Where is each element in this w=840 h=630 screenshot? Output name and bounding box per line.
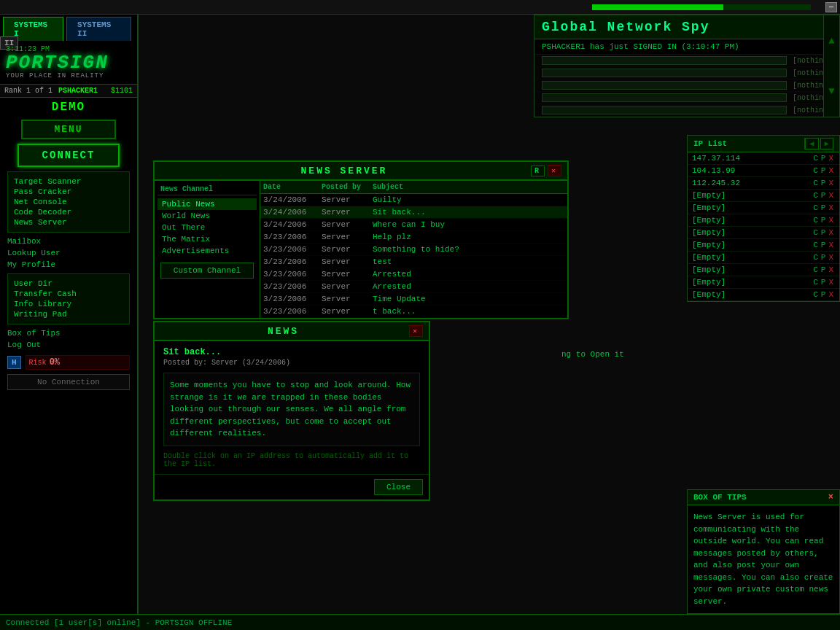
channel-the-matrix[interactable]: The Matrix [158, 233, 257, 245]
news-table-row[interactable]: 3/24/2006 Server Guilty [260, 194, 567, 206]
news-table-row[interactable]: 3/23/2006 Server Help plz [260, 231, 567, 244]
ip-ping-btn[interactable]: P [821, 290, 826, 299]
nav-log-out[interactable]: Log Out [0, 339, 137, 351]
news-table-row[interactable]: 3/23/2006 Server Something to hide? [260, 244, 567, 256]
ip-list-row[interactable]: [Empty] C P X [688, 202, 839, 214]
nav-mailbox[interactable]: Mailbox [0, 236, 137, 247]
channel-public-news[interactable]: Public News [158, 198, 257, 210]
news-popup-content: Some moments you have to stop and look a… [163, 373, 420, 446]
ip-connect-btn[interactable]: C [813, 191, 818, 200]
ip-connect-btn[interactable]: C [813, 265, 818, 274]
nav-info-library[interactable]: Info Library [14, 299, 123, 309]
ip-list-row[interactable]: 147.37.114 C P X [688, 152, 839, 165]
nav-box-of-tips[interactable]: Box of Tips [0, 327, 137, 339]
ip-list-row[interactable]: [Empty] C P X [688, 190, 839, 202]
ip-connect-btn[interactable]: C [813, 154, 818, 163]
ip-ping-btn[interactable]: P [821, 203, 826, 212]
news-popup-footer: Close [155, 474, 429, 499]
ip-connect-btn[interactable]: C [813, 290, 818, 299]
ip-ping-btn[interactable]: P [821, 166, 826, 175]
ip-ping-btn[interactable]: P [821, 253, 826, 262]
channel-advertisements[interactable]: Advertisements [158, 245, 257, 257]
ip-list-row[interactable]: [Empty] C P X [688, 289, 839, 301]
ip-delete-btn[interactable]: X [828, 253, 833, 262]
news-table-row[interactable]: 3/24/2006 Server Sit back... [260, 206, 567, 219]
ip-list-row[interactable]: [Empty] C P X [688, 227, 839, 239]
ip-ping-btn[interactable]: P [821, 265, 826, 274]
minimize-button[interactable]: — [825, 2, 837, 12]
ip-delete-btn[interactable]: X [828, 191, 833, 200]
custom-channel-button[interactable]: Custom Channel [160, 262, 254, 279]
ip-delete-btn[interactable]: X [828, 203, 833, 212]
nav-news-server[interactable]: News Server [14, 217, 123, 228]
ip-connect-btn[interactable]: C [813, 179, 818, 187]
ip-connect-btn[interactable]: C [813, 203, 818, 212]
news-subject: test [373, 257, 564, 266]
ip-list-row[interactable]: [Empty] C P X [688, 214, 839, 227]
channel-world-news[interactable]: World News [158, 210, 257, 222]
news-subject: Arrested [373, 270, 564, 279]
news-table-row[interactable]: 3/23/2006 Server test [260, 256, 567, 268]
ip-list-row[interactable]: 104.13.99 C P X [688, 165, 839, 177]
nav-code-decoder[interactable]: Code Decoder [14, 207, 123, 217]
news-server-content: News Channel Public News World News Out … [155, 181, 567, 318]
ip-ping-btn[interactable]: P [821, 216, 826, 225]
ip-scroll-left[interactable]: ◀ [805, 138, 819, 149]
gns-scroll-up[interactable]: ▲ [824, 15, 839, 66]
ip-delete-btn[interactable]: X [828, 216, 833, 225]
nav-net-console[interactable]: Net Console [14, 197, 123, 207]
systems-tab-2[interactable]: SYSTEMS II [66, 17, 131, 41]
ip-ping-btn[interactable]: P [821, 278, 826, 287]
ip-delete-btn[interactable]: X [828, 241, 833, 249]
ip-connect-btn[interactable]: C [813, 228, 818, 237]
gns-scroll-down[interactable]: ▼ [824, 66, 839, 117]
nav-writing-pad[interactable]: Writing Pad [14, 309, 123, 319]
news-table-row[interactable]: 3/23/2006 Server Time Update [260, 293, 567, 306]
nav-my-profile[interactable]: My Profile [0, 259, 137, 271]
ip-connect-btn[interactable]: C [813, 278, 818, 287]
ip-connect-btn[interactable]: C [813, 253, 818, 262]
news-server-close-button[interactable]: ✕ [548, 165, 561, 176]
news-popup-close-x[interactable]: ✕ [409, 325, 423, 337]
nav-lookup-user[interactable]: Lookup User [0, 247, 137, 259]
nav-user-dir[interactable]: User Dir [14, 279, 123, 289]
ip-delete-btn[interactable]: X [828, 228, 833, 237]
connect-button[interactable]: CONNECT [18, 144, 120, 167]
ip-delete-btn[interactable]: X [828, 290, 833, 299]
ip-connect-btn[interactable]: C [813, 216, 818, 225]
ip-ping-btn[interactable]: P [821, 228, 826, 237]
ip-ping-btn[interactable]: P [821, 179, 826, 187]
ip-list-row[interactable]: [Empty] C P X [688, 264, 839, 276]
ip-delete-btn[interactable]: X [828, 278, 833, 287]
news-date: 3/23/2006 [263, 270, 322, 279]
nav-pass-cracker[interactable]: Pass Cracker [14, 187, 123, 197]
bot-close-button[interactable]: × [828, 492, 833, 502]
news-table-row[interactable]: 3/23/2006 Server Arrested [260, 281, 567, 293]
ip-connect-btn[interactable]: C [813, 166, 818, 175]
channel-out-there[interactable]: Out There [158, 222, 257, 233]
ip-delete-btn[interactable]: X [828, 166, 833, 175]
ip-delete-btn[interactable]: X [828, 265, 833, 274]
menu-button[interactable]: MENU [21, 120, 116, 139]
ip-connect-btn[interactable]: C [813, 241, 818, 249]
news-server-r-button[interactable]: R [531, 166, 545, 176]
news-table-row[interactable]: 3/23/2006 Server Arrested [260, 268, 567, 281]
ip-list-row[interactable]: [Empty] C P X [688, 252, 839, 264]
ip-list-row[interactable]: [Empty] C P X [688, 239, 839, 252]
nav-target-scanner[interactable]: Target Scanner [14, 176, 123, 187]
ip-ping-btn[interactable]: P [821, 191, 826, 200]
ip-list-row[interactable]: [Empty] C P X [688, 276, 839, 289]
ip-scroll-right[interactable]: ▶ [820, 138, 834, 149]
risk-h-badge: H [7, 356, 21, 369]
ip-delete-btn[interactable]: X [828, 179, 833, 187]
news-table-row[interactable]: 3/23/2006 Server t back... [260, 306, 567, 318]
ip-list-row[interactable]: 112.245.32 C P X [688, 177, 839, 190]
logo-area: 3:11:23 PM PORTSIGN YOUR PLACE IN REALIT… [0, 41, 137, 85]
news-table-row[interactable]: 3/24/2006 Server Where can I buy [260, 219, 567, 231]
nav-transfer-cash[interactable]: Transfer Cash [14, 289, 123, 299]
ip-ping-btn[interactable]: P [821, 241, 826, 249]
close-news-button[interactable]: Close [374, 479, 423, 495]
ip-ping-btn[interactable]: P [821, 154, 826, 163]
ip-delete-btn[interactable]: X [828, 154, 833, 163]
news-poster: Server [322, 295, 373, 303]
